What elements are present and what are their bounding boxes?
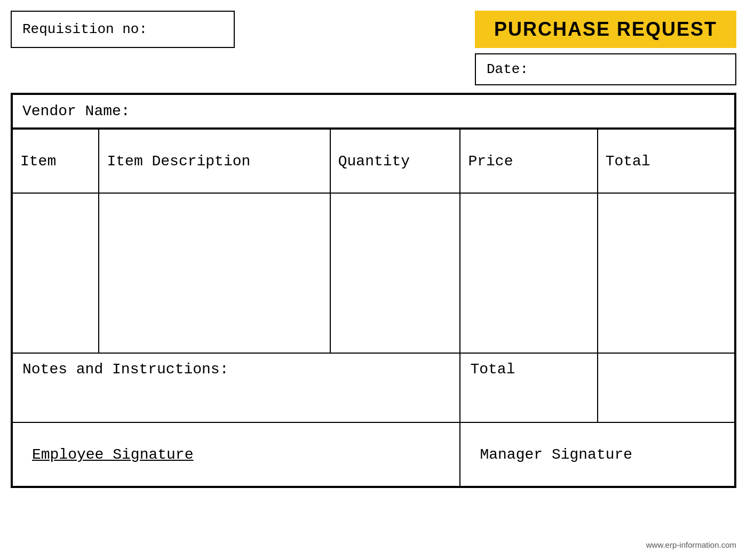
notes-row: Notes and Instructions: Total [12,353,735,422]
col-header-description: Item Description [99,129,330,193]
date-label: Date: [487,61,528,77]
date-box[interactable]: Date: [475,53,736,85]
vendor-row[interactable]: Vendor Name: [12,94,735,129]
total-cell-1[interactable] [598,193,735,353]
manager-signature-label: Manager Signature [480,446,632,463]
main-wrapper: Vendor Name: Item Item Description Quant… [11,93,736,488]
requisition-label: Requisition no: [22,21,147,37]
col-header-item: Item [12,129,99,193]
manager-signature-cell[interactable]: Manager Signature [460,422,735,486]
totals-value-cell[interactable] [598,353,735,422]
purchase-request-title: PURCHASE REQUEST [494,18,717,40]
item-cell-1[interactable] [12,193,99,353]
requisition-box[interactable]: Requisition no: [11,11,235,48]
notes-label: Notes and Instructions: [22,361,228,378]
vendor-label: Vendor Name: [22,103,130,119]
col-header-price: Price [460,129,597,193]
footer-url: www.erp-information.com [646,540,736,549]
purchase-request-banner: PURCHASE REQUEST [475,11,736,48]
totals-label-cell: Total [460,353,597,422]
notes-cell[interactable]: Notes and Instructions: [12,353,460,422]
totals-label: Total [470,361,515,378]
table-row[interactable] [12,193,735,353]
description-cell-1[interactable] [99,193,330,353]
col-header-quantity: Quantity [330,129,460,193]
employee-signature-cell[interactable]: Employee Signature [12,422,460,486]
items-table: Item Item Description Quantity Price Tot… [12,129,735,487]
page-container: Requisition no: PURCHASE REQUEST Date: V… [11,11,736,549]
signature-row: Employee Signature Manager Signature [12,422,735,486]
quantity-cell-1[interactable] [330,193,460,353]
table-header-row: Item Item Description Quantity Price Tot… [12,129,735,193]
header-row: Requisition no: PURCHASE REQUEST [11,11,736,48]
price-cell-1[interactable] [460,193,597,353]
date-row: Date: [11,53,736,85]
employee-signature-label: Employee Signature [32,446,193,463]
col-header-total: Total [598,129,735,193]
